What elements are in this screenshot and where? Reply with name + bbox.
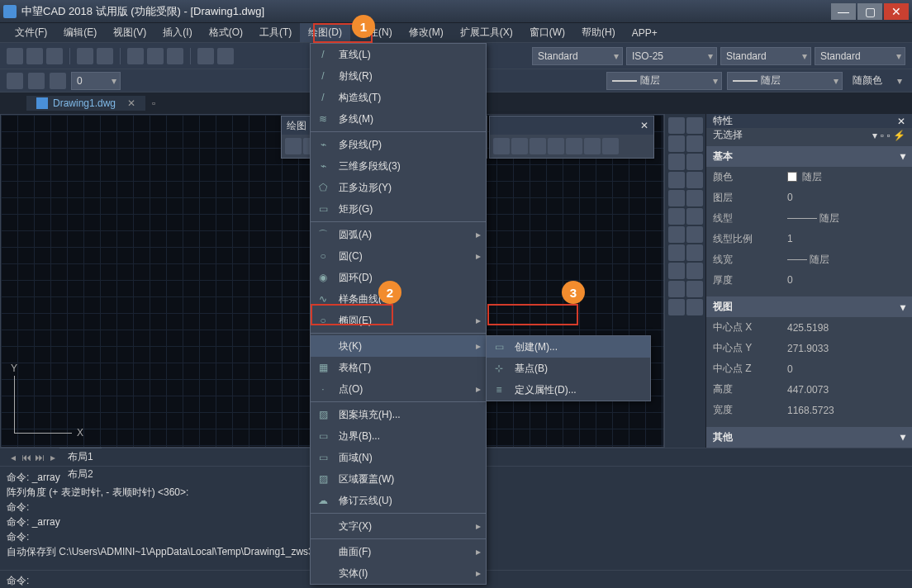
layer-combo[interactable]: 随层 — [606, 72, 722, 90]
pal-icon[interactable] — [668, 117, 685, 134]
draw-menu-item[interactable]: ▨图案填充(H)... — [311, 404, 486, 425]
pal-icon[interactable] — [686, 226, 703, 243]
property-value[interactable]: 0 — [787, 273, 905, 287]
layout-tab[interactable]: 布局2 — [59, 466, 102, 483]
property-row[interactable]: 高度447.0073 — [706, 379, 912, 400]
draw-menu-item[interactable]: 曲面(F) — [311, 541, 486, 562]
pal-icon[interactable] — [686, 154, 703, 170]
new-icon[interactable] — [7, 48, 23, 64]
draw-menu-item[interactable]: ▦表格(T) — [311, 357, 486, 378]
draw-menu-item[interactable]: /射线(R) — [311, 65, 486, 87]
tab-next-icon[interactable]: ▸ — [46, 452, 59, 463]
draw-menu-item[interactable]: ○椭圆(E) — [311, 310, 486, 331]
menu-item[interactable]: 绘图(D) — [300, 23, 350, 42]
draw-menu-item[interactable]: /直线(L) — [311, 44, 486, 65]
property-row[interactable]: 图层0 — [706, 187, 912, 208]
draw-menu-item[interactable]: ·点(O) — [311, 378, 486, 400]
copy-icon[interactable] — [147, 48, 164, 64]
menu-item[interactable]: 扩展工具(X) — [452, 23, 521, 42]
menu-item[interactable]: 帮助(H) — [573, 23, 624, 42]
palette-tool-icon[interactable] — [511, 138, 528, 154]
save-icon[interactable] — [46, 48, 63, 64]
property-row[interactable]: 中心点 X425.5198 — [706, 317, 912, 338]
linewidth-combo[interactable]: 0 — [71, 72, 121, 90]
draw-menu-item[interactable]: ⌁多段线(P) — [311, 134, 486, 155]
pal-icon[interactable] — [686, 117, 703, 134]
palette-close-icon[interactable]: ✕ — [640, 120, 648, 131]
property-value[interactable]: 0 — [787, 191, 905, 205]
color-combo[interactable]: 随颜色 — [848, 72, 905, 90]
tab-prev-icon[interactable]: ◂ — [7, 452, 20, 463]
menu-item[interactable]: 插入(I) — [154, 23, 200, 42]
draw-menu-item[interactable]: ○圆(C) — [311, 245, 486, 267]
pal-icon[interactable] — [668, 263, 685, 279]
pal-icon[interactable] — [686, 172, 703, 188]
draw-menu-item[interactable]: ▨区域覆盖(W) — [311, 468, 486, 490]
redo-icon[interactable] — [217, 48, 234, 64]
menu-item[interactable]: 工具(T) — [251, 23, 300, 42]
maximize-button[interactable]: ▢ — [857, 3, 882, 20]
property-row[interactable]: 线型比例1 — [706, 229, 912, 249]
menu-item[interactable]: 窗口(W) — [521, 23, 573, 42]
style-combo-2[interactable]: Standard — [720, 47, 811, 65]
draw-menu-item[interactable]: 块(K)▭创建(M)...⊹基点(B)≡定义属性(D)... — [311, 335, 486, 357]
property-row[interactable]: 线型——— 随层 — [706, 208, 912, 229]
submenu-item[interactable]: ⊹基点(B) — [487, 358, 650, 379]
draw-menu-item[interactable]: ▭边界(B)... — [311, 425, 486, 447]
palette-tool-icon[interactable] — [285, 138, 302, 154]
draw-menu-item[interactable]: /构造线(T) — [311, 87, 486, 108]
draw-menu-item[interactable]: 实体(I) — [311, 562, 486, 584]
style-combo-1[interactable]: Standard — [532, 47, 623, 65]
preview-icon[interactable] — [97, 48, 113, 64]
property-value[interactable]: 随层 — [787, 170, 905, 184]
modify-palette[interactable]: ✕ — [489, 116, 654, 159]
property-value[interactable]: —— 随层 — [787, 253, 905, 267]
layout-tab[interactable]: 布局1 — [59, 448, 102, 466]
open-icon[interactable] — [26, 48, 43, 64]
property-row[interactable]: 宽度1168.5723 — [706, 400, 912, 420]
pal-icon[interactable] — [668, 190, 685, 206]
lightbulb-icon[interactable] — [50, 73, 66, 89]
tab-last-icon[interactable]: ⏭ — [33, 452, 46, 463]
property-value[interactable]: 447.0073 — [787, 382, 905, 396]
pal-icon[interactable] — [668, 154, 685, 170]
section-basic[interactable]: 基本▾ — [706, 146, 912, 167]
palette-tool-icon[interactable] — [584, 138, 601, 154]
menu-item[interactable]: 视图(V) — [105, 23, 154, 42]
undo-icon[interactable] — [197, 48, 214, 64]
palette-tool-icon[interactable] — [548, 138, 564, 154]
pal-icon[interactable] — [686, 135, 703, 152]
layer-icon-2[interactable] — [28, 73, 45, 89]
draw-menu-item[interactable]: ☁修订云线(U) — [311, 490, 486, 511]
draw-menu-item[interactable]: ≋多线(M) — [311, 108, 486, 130]
block-submenu[interactable]: ▭创建(M)...⊹基点(B)≡定义属性(D)... — [486, 335, 651, 401]
doc-tab-drawing1[interactable]: Drawing1.dwg ✕ — [26, 96, 145, 111]
palette-tool-icon[interactable] — [566, 138, 582, 154]
menu-item[interactable]: 格式(O) — [201, 23, 251, 42]
property-row[interactable]: 颜色随层 — [706, 167, 912, 187]
menu-item[interactable]: 编辑(E) — [55, 23, 105, 42]
iso-combo[interactable]: ISO-25 — [626, 47, 717, 65]
pal-icon[interactable] — [686, 263, 703, 279]
palette-tool-icon[interactable] — [602, 138, 619, 154]
pal-icon[interactable] — [668, 172, 685, 188]
close-button[interactable]: ✕ — [884, 3, 909, 20]
palette-tool-icon[interactable] — [493, 138, 510, 154]
property-value[interactable]: 0 — [787, 362, 905, 376]
tab-first-icon[interactable]: ⏮ — [20, 452, 33, 463]
tab-close-icon[interactable]: ✕ — [127, 97, 135, 109]
menu-item[interactable]: APP+ — [624, 25, 666, 41]
pal-icon[interactable] — [668, 281, 685, 297]
draw-menu-item[interactable]: ⌁三维多段线(3) — [311, 155, 486, 177]
layer-icon[interactable] — [7, 73, 23, 89]
pal-icon[interactable] — [668, 135, 685, 152]
minimize-button[interactable]: — — [831, 3, 856, 20]
property-row[interactable]: 中心点 Y271.9033 — [706, 338, 912, 358]
tab-add-icon[interactable]: ▫ — [145, 97, 162, 109]
draw-menu-item[interactable]: ▭矩形(G) — [311, 198, 486, 220]
property-row[interactable]: 中心点 Z0 — [706, 358, 912, 379]
draw-menu-item[interactable]: ⬠正多边形(Y) — [311, 177, 486, 198]
print-icon[interactable] — [77, 48, 93, 64]
pal-icon[interactable] — [686, 299, 703, 315]
cut-icon[interactable] — [127, 48, 144, 64]
